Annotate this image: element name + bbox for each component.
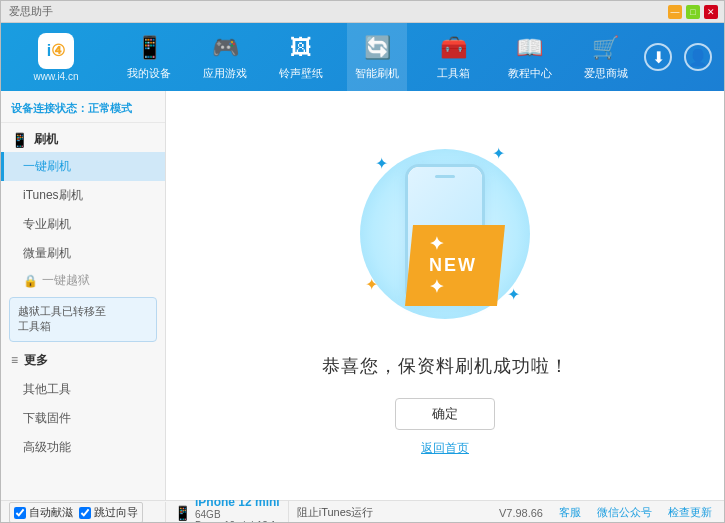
main-content: ✦ ✦ ✦ ✦ ✦ NEW ✦ 恭喜您，保资料刷机成功啦！ 确定 返回首页 [166,91,724,500]
more-section-header: ≡ 更多 [1,346,165,375]
flash-section-icon: 📱 [11,132,28,148]
wechat-link[interactable]: 微信公众号 [597,505,652,520]
tutorial-icon: 📖 [516,34,544,62]
skip-wizard-checkbox-label[interactable]: 跳过向导 [79,505,138,520]
device-small-icon: 📱 [174,505,191,521]
wallpaper-icon: 🖼 [287,34,315,62]
nav-item-shop[interactable]: 🛒 爱思商城 [576,23,636,91]
auto-connect-checkbox-label[interactable]: 自动献滋 [14,505,73,520]
bottom-status-bar: 自动献滋 跳过向导 📱 iPhone 12 mini 64GB Down-12m… [1,500,724,523]
new-banner: ✦ NEW ✦ [405,225,505,306]
more-icon: ≡ [11,353,18,367]
main-area: 设备连接状态：正常模式 📱 刷机 一键刷机 iTunes刷机 专业刷机 微量刷机… [1,91,724,500]
device-system: Down-12mini-13,1 [195,520,280,524]
bottom-left: 自动献滋 跳过向导 [1,502,166,523]
sidebar-item-other-tools[interactable]: 其他工具 [1,375,165,404]
auto-connect-checkbox[interactable] [14,507,26,519]
sidebar-item-one-click[interactable]: 一键刷机 [1,152,165,181]
sparkle-4: ✦ [507,285,520,304]
nav-item-apps[interactable]: 🎮 应用游戏 [195,23,255,91]
nav-item-my-device[interactable]: 📱 我的设备 [119,23,179,91]
device-status-bar: 设备连接状态：正常模式 [1,95,165,123]
flash-section: 📱 刷机 一键刷机 iTunes刷机 专业刷机 微量刷机 🔒 一键越狱 越狱工具… [1,127,165,342]
nav-item-wallpaper[interactable]: 🖼 铃声壁纸 [271,23,331,91]
version-label: V7.98.66 [499,507,543,519]
user-button[interactable]: 👤 [684,43,712,71]
confirm-button[interactable]: 确定 [395,398,495,430]
nav-item-tutorial[interactable]: 📖 教程中心 [500,23,560,91]
minimize-button[interactable]: — [668,5,682,19]
sidebar-item-download-fw[interactable]: 下载固件 [1,404,165,433]
close-button[interactable]: ✕ [704,5,718,19]
nav-item-apps-label: 应用游戏 [203,66,247,81]
nav-item-toolbox[interactable]: 🧰 工具箱 [424,23,484,91]
sparkle-1: ✦ [375,154,388,173]
flash-section-header: 📱 刷机 [1,127,165,152]
logo-subtitle: www.i4.cn [33,71,78,82]
stop-itunes-button[interactable]: 阻止iTunes运行 [289,501,382,523]
check-update-link[interactable]: 检查更新 [668,505,712,520]
nav-item-smart-flash[interactable]: 🔄 智能刷机 [347,23,407,91]
skip-wizard-checkbox[interactable] [79,507,91,519]
nav-bar: 📱 我的设备 🎮 应用游戏 🖼 铃声壁纸 🔄 智能刷机 🧰 工具箱 📖 [111,23,644,91]
my-device-icon: 📱 [135,34,163,62]
nav-item-my-device-label: 我的设备 [127,66,171,81]
download-button[interactable]: ⬇ [644,43,672,71]
auto-connect-label: 自动献滋 [29,505,73,520]
shop-icon: 🛒 [592,34,620,62]
nav-item-smart-flash-label: 智能刷机 [355,66,399,81]
checkbox-area: 自动献滋 跳过向导 [9,502,143,523]
sidebar-item-pro[interactable]: 专业刷机 [1,210,165,239]
nav-item-toolbox-label: 工具箱 [437,66,470,81]
sparkle-2: ✦ [492,144,505,163]
sidebar-item-itunes[interactable]: iTunes刷机 [1,181,165,210]
success-message: 恭喜您，保资料刷机成功啦！ [322,354,569,378]
bottom-right: V7.98.66 客服 微信公众号 检查更新 [499,505,724,520]
sidebar-item-advanced[interactable]: 高级功能 [1,433,165,462]
logo-icon: i ④ [38,33,74,69]
device-storage: 64GB [195,509,280,520]
nav-item-shop-label: 爱思商城 [584,66,628,81]
success-illustration: ✦ ✦ ✦ ✦ ✦ NEW ✦ [345,134,545,334]
sidebar-locked-jailbreak: 🔒 一键越狱 [1,268,165,293]
device-info-area: 📱 iPhone 12 mini 64GB Down-12mini-13,1 [166,501,289,523]
sidebar: 设备连接状态：正常模式 📱 刷机 一键刷机 iTunes刷机 专业刷机 微量刷机… [1,91,166,500]
smart-flash-icon: 🔄 [363,34,391,62]
app-title: 爱思助手 [9,4,53,19]
sidebar-item-save-data[interactable]: 微量刷机 [1,239,165,268]
apps-icon: 🎮 [211,34,239,62]
sparkle-3: ✦ [365,275,378,294]
customer-service-link[interactable]: 客服 [559,505,581,520]
back-home-link[interactable]: 返回首页 [421,440,469,457]
skip-wizard-label: 跳过向导 [94,505,138,520]
toolbox-icon: 🧰 [440,34,468,62]
logo: i ④ www.i4.cn [1,33,111,82]
nav-item-tutorial-label: 教程中心 [508,66,552,81]
jailbreak-notice: 越狱工具已转移至工具箱 [9,297,157,342]
maximize-button[interactable]: □ [686,5,700,19]
header-right: ⬇ 👤 [644,43,724,71]
lock-icon: 🔒 [23,274,38,288]
nav-item-wallpaper-label: 铃声壁纸 [279,66,323,81]
header: i ④ www.i4.cn 📱 我的设备 🎮 应用游戏 🖼 铃声壁纸 🔄 智能刷… [1,23,724,91]
